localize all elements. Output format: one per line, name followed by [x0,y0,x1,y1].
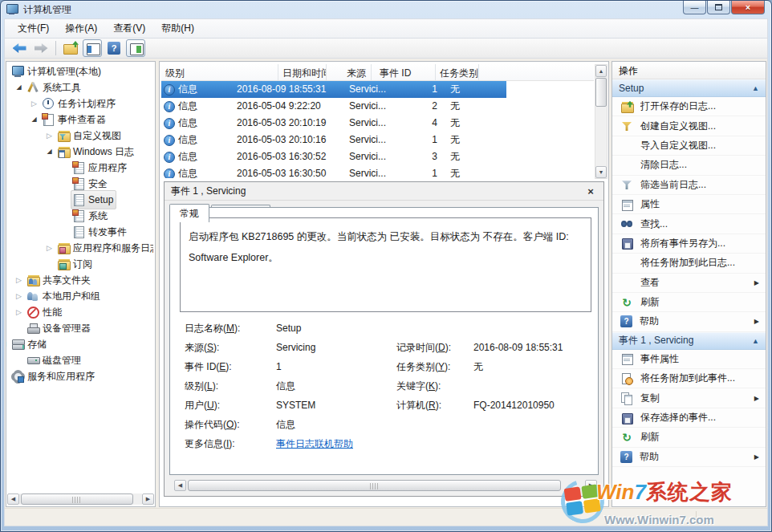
disk-icon [26,354,39,367]
tree-item[interactable]: 计算机管理(本地) [6,63,153,79]
scroll-thumb[interactable] [595,78,607,107]
help-icon[interactable] [104,39,124,57]
tree-item[interactable]: 转发事件 [6,224,153,240]
close-button[interactable]: × [731,1,765,14]
back-icon[interactable] [10,39,29,57]
expander-icon[interactable] [13,288,25,304]
expander-icon[interactable] [28,112,40,128]
status-bar [5,508,767,526]
tree-item[interactable]: 本地用户和组 [6,288,153,304]
action-item[interactable]: 复制 ▶ [612,388,766,408]
action-item[interactable]: 事件属性 ▶ [612,350,766,369]
minimize-button[interactable]: — [683,1,706,14]
expander-icon[interactable] [13,272,25,288]
expander-icon[interactable] [43,144,55,160]
scroll-down-arrow-icon[interactable]: ▼ [595,166,607,178]
expander-icon[interactable] [13,304,25,320]
event-row[interactable]: 信息 2016-05-04 9:22:20 Servici... 2 无 [161,98,506,115]
tree-item[interactable]: 安全 [6,176,153,192]
action-item[interactable]: 将任务附加到此日志... ▶ [612,254,766,273]
scroll-thumb[interactable] [21,493,133,505]
scroll-right-arrow-icon[interactable]: ▶ [585,480,597,491]
action-item[interactable]: 导入自定义视图... ▶ [612,136,766,156]
action-item[interactable]: 将所有事件另存为... ▶ [612,234,766,254]
menu-item[interactable]: 文件(F) [10,19,57,38]
action-item[interactable]: 筛选当前日志... ▶ [612,176,766,195]
tree-item[interactable]: 共享文件夹 [6,272,153,288]
expander-icon[interactable] [43,128,55,144]
tree-item[interactable]: 任务计划程序 [6,95,153,112]
collapse-arrow-icon[interactable]: ▲ [752,337,759,345]
titlebar[interactable]: 计算机管理 [1,1,771,18]
action-item[interactable]: 刷新 ▶ [612,428,766,447]
minimize-icon: — [691,3,699,12]
tree-item[interactable]: 事件查看器 [6,112,153,128]
tree-item[interactable]: 性能 [6,304,153,320]
tree-item[interactable]: 应用程序 [6,160,153,176]
event-row[interactable]: 信息 2016-05-03 20:10:16 Servici... 1 无 [161,132,506,148]
detail-tab[interactable]: 常规 [169,204,209,222]
event-message[interactable]: 启动程序包 KB2718695 的更改。当前状态为 已安装。目标状态为 不存在。… [180,217,591,312]
tree-horizontal-scrollbar[interactable]: ◀ ▶ [7,493,154,506]
tree-item[interactable]: Windows 日志 [6,144,153,160]
scroll-left-arrow-icon[interactable]: ◀ [7,493,19,505]
scroll-thumb[interactable] [188,480,561,491]
detail-close-icon[interactable]: × [584,185,597,197]
action-item[interactable]: 查看 ▶ [612,274,766,293]
column-header[interactable]: 级别 [161,64,278,80]
console-tree-panel: 计算机管理(本地) 系统工具 任务计划程序 [6,61,156,507]
detail-pane-title: 事件 1 , Servicing [171,185,584,198]
menu-item[interactable]: 操作(A) [57,19,105,38]
event-row[interactable]: 信息 2016-08-09 18:55:31 Servici... 1 无 [161,81,506,98]
services-icon [11,370,24,383]
menu-item[interactable]: 查看(V) [105,19,153,38]
column-header[interactable]: 日期和时间 [278,64,327,80]
event-log-online-help-link[interactable]: 事件日志联机帮助 [276,434,353,453]
action-item[interactable]: 属性 ▶ [612,195,766,214]
scroll-up-arrow-icon[interactable]: ▲ [595,65,607,77]
column-header[interactable]: 任务类别 [436,64,479,80]
menu-item[interactable]: 帮助(H) [153,19,202,38]
expander-icon[interactable] [13,79,25,95]
event-list-vertical-scrollbar[interactable]: ▲ ▼ [595,64,607,179]
tree-item[interactable]: 应用程序和服务日志 [6,240,153,256]
action-item[interactable]: 帮助 ▶ [612,312,766,331]
tree-item[interactable]: 磁盘管理 [6,352,153,368]
action-item[interactable]: 将任务附加到此事件... ▶ [612,369,766,388]
maximize-button[interactable] [707,1,730,14]
action-item[interactable]: 查找... ▶ [612,214,766,234]
column-header[interactable]: 事件 ID [372,64,436,80]
scroll-left-arrow-icon[interactable]: ◀ [174,480,186,491]
event-row[interactable]: 信息 2016-05-03 16:30:50 Servici... 1 无 [161,165,506,178]
collapse-arrow-icon[interactable]: ▲ [752,84,759,92]
detail-pane-header: 事件 1 , Servicing × [165,182,603,201]
tree-item[interactable]: 服务和应用程序 [6,368,153,384]
scroll-right-arrow-icon[interactable]: ▶ [142,493,154,505]
event-row[interactable]: 信息 2016-05-03 20:10:19 Servici... 4 无 [161,115,506,132]
open-folder-icon [620,100,633,113]
action-item[interactable]: 创建自定义视图... ▶ [612,116,766,136]
expander-icon[interactable] [43,240,55,256]
tree-item[interactable]: 系统工具 [6,79,153,95]
tree-item[interactable]: 订阅 [6,256,153,272]
expander-icon[interactable] [28,95,40,112]
event-row[interactable]: 信息 2016-05-03 16:30:52 Servici... 3 无 [161,148,506,165]
export-list-icon[interactable] [61,39,80,57]
action-item[interactable]: 刷新 ▶ [612,293,766,312]
tree-item[interactable]: Setup [6,192,153,208]
action-item[interactable]: 清除日志... ▶ [612,156,766,175]
tree-item[interactable]: 系统 [6,208,153,224]
actions-section-setup[interactable]: Setup ▲ [612,79,766,97]
show-console-tree-icon[interactable] [83,39,102,57]
actions-section-event[interactable]: 事件 1 , Servicing ▲ [612,332,766,350]
detail-horizontal-scrollbar[interactable]: ◀ ▶ [174,479,597,492]
column-header[interactable]: 来源 [327,64,372,80]
action-item[interactable]: 帮助 ▶ [612,448,766,467]
action-item[interactable]: 打开保存的日志... ▶ [612,97,766,116]
forward-icon[interactable] [31,39,51,57]
show-action-pane-icon[interactable] [126,39,145,57]
tree-item[interactable]: 设备管理器 [6,320,153,336]
action-item[interactable]: 保存选择的事件... ▶ [612,408,766,428]
tree-item[interactable]: 自定义视图 [6,128,153,144]
tree-item[interactable]: 存储 [6,336,153,352]
